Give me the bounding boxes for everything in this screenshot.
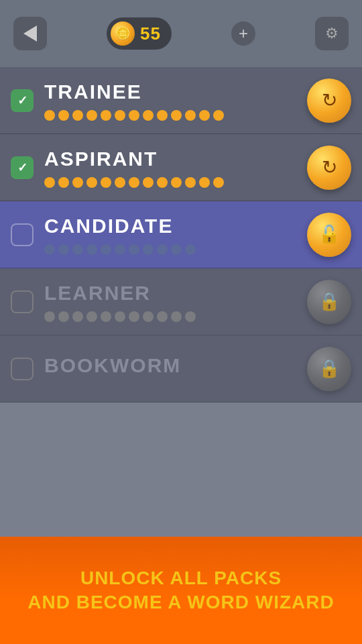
dots-aspirant (44, 177, 307, 188)
pack-name-learner: LEARNER (44, 282, 307, 305)
checkbox-learner (11, 290, 34, 313)
pack-name-trainee: TRAINEE (44, 80, 307, 103)
checkbox-bookworm (11, 358, 34, 380)
pack-item-bookworm[interactable]: BOOKWORM 🔒 (0, 335, 362, 402)
lock-open-icon: 🔓 (318, 224, 340, 245)
pack-item-learner[interactable]: LEARNER 🔒 (0, 268, 362, 335)
pack-list: ✓ TRAINEE ↻ ✓ ASPIRANT (0, 67, 362, 402)
pack-info-learner: LEARNER (44, 282, 307, 322)
pack-info-trainee: TRAINEE (44, 80, 307, 121)
lock-button-learner[interactable]: 🔒 (307, 280, 351, 324)
banner-line-1: UNLOCK ALL PACKS (80, 568, 282, 589)
pack-info-bookworm: BOOKWORM (44, 354, 307, 384)
refresh-icon: ↻ (322, 89, 337, 111)
checkbox-aspirant: ✓ (11, 156, 34, 179)
gear-icon: ⚙ (325, 25, 339, 42)
dots-trainee (44, 110, 307, 121)
pack-name-candidate: CANDIDATE (44, 215, 307, 237)
unlock-button-candidate[interactable]: 🔓 (307, 213, 351, 257)
pack-item-candidate[interactable]: CANDIDATE 🔓 (0, 201, 362, 268)
pack-item-aspirant[interactable]: ✓ ASPIRANT ↻ (0, 134, 362, 201)
lock-icon: 🔒 (318, 291, 340, 312)
refresh-button-aspirant[interactable]: ↻ (307, 146, 351, 190)
lock-icon: 🔒 (318, 358, 340, 379)
refresh-button-trainee[interactable]: ↻ (307, 78, 351, 123)
back-arrow-icon (23, 25, 37, 42)
pack-info-aspirant: ASPIRANT (44, 148, 307, 188)
banner-line-2: AND BECOME A WORD WIZARD (27, 592, 334, 613)
checkbox-candidate (11, 223, 34, 246)
pack-item-trainee[interactable]: ✓ TRAINEE ↻ (0, 67, 362, 134)
bottom-banner[interactable]: UNLOCK ALL PACKS AND BECOME A WORD WIZAR… (0, 537, 362, 644)
coin-icon: 🪙 (111, 21, 135, 46)
checkbox-trainee: ✓ (11, 89, 34, 112)
refresh-icon: ↻ (322, 156, 337, 178)
back-button[interactable] (13, 17, 47, 50)
lock-button-bookworm[interactable]: 🔒 (307, 347, 351, 391)
pack-name-aspirant: ASPIRANT (44, 148, 307, 170)
pack-info-candidate: CANDIDATE (44, 215, 307, 255)
header: 🪙 55 + ⚙ (0, 0, 362, 67)
pack-name-bookworm: BOOKWORM (44, 354, 307, 377)
add-coins-button[interactable]: + (231, 21, 255, 46)
dots-candidate (44, 244, 307, 255)
dots-learner (44, 311, 307, 322)
coin-area: 🪙 55 (107, 17, 172, 50)
coin-count: 55 (140, 23, 161, 44)
settings-button[interactable]: ⚙ (315, 17, 349, 50)
